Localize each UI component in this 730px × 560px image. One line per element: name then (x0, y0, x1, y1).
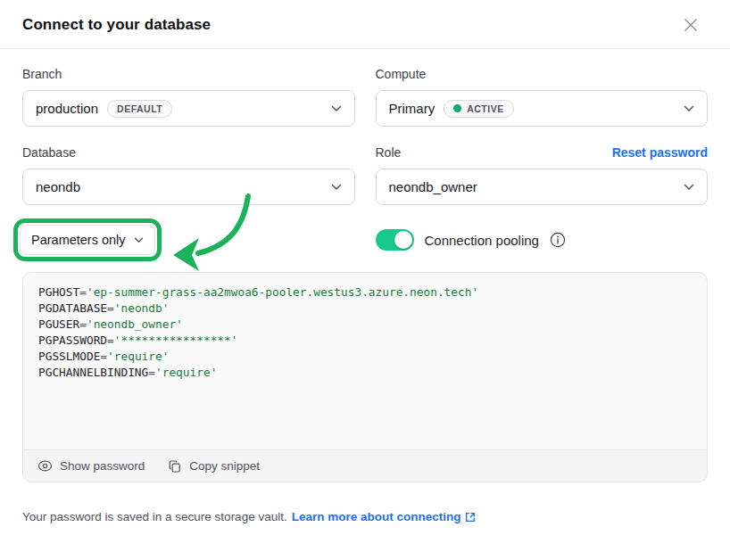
snippet-type-value: Parameters only (31, 233, 126, 247)
copy-snippet-button[interactable]: Copy snippet (168, 459, 260, 474)
code-line: PGUSER='neondb_owner' (38, 317, 692, 333)
database-value: neondb (36, 179, 80, 194)
role-label: Role (376, 145, 402, 160)
compute-select[interactable]: Primary ACTIVE (376, 90, 709, 127)
connection-pooling-toggle[interactable] (376, 229, 414, 251)
code-line: PGDATABASE='neondb' (38, 301, 692, 317)
page-title: Connect to your database (22, 16, 211, 34)
chevron-down-icon (684, 105, 694, 112)
close-icon[interactable] (681, 15, 701, 35)
code-line: PGCHANNELBINDING='require' (38, 365, 692, 381)
database-label: Database (22, 145, 355, 160)
copy-icon (168, 459, 182, 474)
connection-pooling-label: Connection pooling (425, 233, 539, 248)
eye-icon (37, 458, 53, 474)
chevron-down-icon (331, 105, 342, 112)
chevron-down-icon (134, 237, 144, 243)
chevron-down-icon (684, 184, 694, 191)
footer-text: Your password is saved in a secure stora… (22, 510, 287, 523)
connection-snippet-box: PGHOST='ep-summer-grass-aa2mwoa6-pooler.… (22, 272, 708, 482)
code-line: PGHOST='ep-summer-grass-aa2mwoa6-pooler.… (38, 284, 692, 301)
compute-active-badge: ACTIVE (444, 100, 514, 118)
external-link-icon (464, 511, 477, 523)
snippet-type-cell: Parameters only (22, 218, 355, 261)
info-icon[interactable] (550, 232, 566, 248)
compute-field: Compute Primary ACTIVE (376, 67, 709, 127)
show-password-button[interactable]: Show password (37, 458, 145, 474)
dialog-body: Branch production DEFAULT Compute Primar… (0, 49, 730, 482)
chevron-down-icon (331, 184, 342, 191)
dialog-header: Connect to your database (0, 0, 730, 49)
branch-value: production (36, 101, 98, 116)
footer-note: Your password is saved in a secure stora… (0, 510, 730, 523)
database-field: Database neondb (22, 145, 355, 205)
reset-password-link[interactable]: Reset password (612, 145, 708, 160)
compute-label: Compute (376, 67, 709, 81)
learn-more-link[interactable]: Learn more about connecting (292, 510, 477, 523)
role-field: Role Reset password neondb_owner (376, 145, 709, 205)
annotation-highlight-box: Parameters only (13, 218, 162, 261)
snippet-type-select[interactable]: Parameters only (20, 225, 155, 255)
compute-value: Primary (389, 101, 436, 116)
code-lines[interactable]: PGHOST='ep-summer-grass-aa2mwoa6-pooler.… (23, 273, 707, 449)
code-line: PGPASSWORD='****************' (38, 333, 692, 349)
connection-pooling-row: Connection pooling (376, 229, 709, 251)
branch-label: Branch (22, 67, 355, 81)
branch-field: Branch production DEFAULT (22, 67, 355, 127)
code-line: PGSSLMODE='require' (38, 349, 692, 365)
branch-select[interactable]: production DEFAULT (22, 90, 355, 127)
role-select[interactable]: neondb_owner (376, 169, 709, 205)
snippet-toolbar: Show password Copy snippet (23, 449, 707, 482)
active-status-dot (453, 104, 461, 112)
role-value: neondb_owner (389, 179, 477, 194)
branch-default-badge: DEFAULT (107, 100, 172, 118)
database-select[interactable]: neondb (22, 169, 355, 205)
